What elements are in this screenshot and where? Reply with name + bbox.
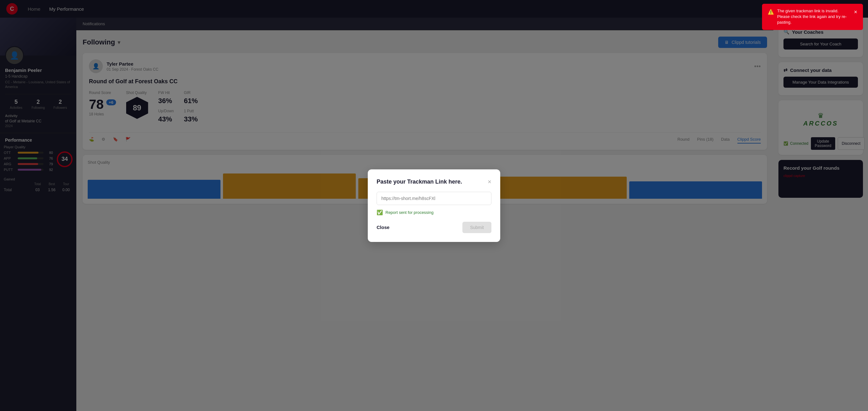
- toast-warning-icon: ⚠️: [768, 8, 774, 15]
- modal-submit-button[interactable]: Submit: [462, 222, 491, 233]
- modal-status: ✅ Report sent for processing: [377, 210, 491, 215]
- modal-close-x-button[interactable]: ×: [488, 178, 491, 186]
- modal-close-button[interactable]: Close: [377, 225, 390, 230]
- modal-title: Paste your Trackman Link here.: [377, 179, 462, 185]
- toast-close-button[interactable]: ×: [854, 8, 857, 16]
- status-check-icon: ✅: [377, 210, 383, 215]
- modal-header: Paste your Trackman Link here. ×: [377, 178, 491, 186]
- trackman-modal: Paste your Trackman Link here. × ✅ Repor…: [368, 169, 500, 242]
- modal-footer: Close Submit: [377, 222, 491, 233]
- trackman-link-input[interactable]: [377, 192, 491, 205]
- modal-status-message: Report sent for processing: [385, 210, 433, 215]
- toast-message: The given trackman link is invalid. Plea…: [777, 8, 851, 26]
- error-toast: ⚠️ The given trackman link is invalid. P…: [762, 4, 863, 30]
- modal-overlay: Paste your Trackman Link here. × ✅ Repor…: [0, 0, 868, 411]
